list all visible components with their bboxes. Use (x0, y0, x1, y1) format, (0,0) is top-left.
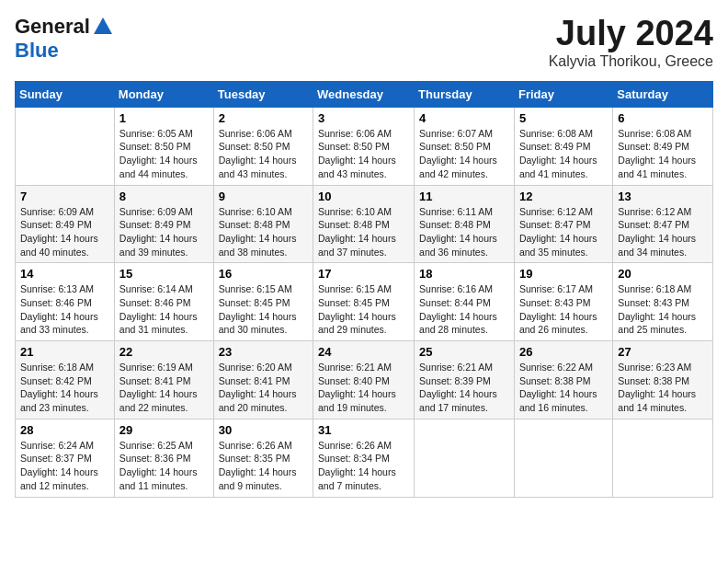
day-number: 30 (219, 423, 308, 437)
day-number: 11 (419, 190, 509, 203)
week-row-4: 21Sunrise: 6:18 AMSunset: 8:42 PMDayligh… (16, 341, 713, 419)
calendar-cell: 6Sunrise: 6:08 AMSunset: 8:49 PMDaylight… (613, 107, 713, 185)
calendar-cell: 2Sunrise: 6:06 AMSunset: 8:50 PMDaylight… (213, 107, 313, 185)
calendar-cell: 18Sunrise: 6:16 AMSunset: 8:44 PMDayligh… (415, 263, 515, 341)
day-info: Sunrise: 6:12 AMSunset: 8:47 PMDaylight:… (519, 205, 608, 259)
day-number: 24 (318, 345, 409, 359)
column-header-monday: Monday (114, 81, 213, 107)
week-row-5: 28Sunrise: 6:24 AMSunset: 8:37 PMDayligh… (16, 419, 713, 497)
calendar-cell: 20Sunrise: 6:18 AMSunset: 8:43 PMDayligh… (613, 263, 713, 341)
day-info: Sunrise: 6:10 AMSunset: 8:48 PMDaylight:… (318, 205, 409, 259)
calendar-cell (16, 107, 115, 185)
day-number: 28 (20, 423, 109, 437)
calendar-cell: 26Sunrise: 6:22 AMSunset: 8:38 PMDayligh… (514, 341, 612, 419)
day-number: 2 (219, 111, 308, 125)
day-number: 31 (318, 423, 409, 437)
calendar-table: SundayMondayTuesdayWednesdayThursdayFrid… (15, 81, 713, 498)
day-number: 25 (419, 345, 509, 359)
day-info: Sunrise: 6:18 AMSunset: 8:43 PMDaylight:… (618, 282, 708, 337)
page-header: General Blue July 2024 Kalyvia Thorikou,… (15, 15, 713, 70)
calendar-cell: 28Sunrise: 6:24 AMSunset: 8:37 PMDayligh… (16, 419, 115, 497)
month-title: July 2024 (549, 15, 713, 53)
day-number: 8 (119, 190, 209, 203)
day-number: 7 (20, 190, 109, 203)
day-number: 23 (219, 345, 308, 359)
day-number: 6 (618, 111, 708, 125)
day-info: Sunrise: 6:07 AMSunset: 8:50 PMDaylight:… (419, 127, 509, 181)
calendar-cell: 19Sunrise: 6:17 AMSunset: 8:43 PMDayligh… (514, 263, 612, 341)
day-number: 9 (219, 190, 308, 203)
day-info: Sunrise: 6:25 AMSunset: 8:36 PMDaylight:… (119, 439, 209, 493)
day-number: 22 (119, 345, 209, 359)
calendar-cell: 31Sunrise: 6:26 AMSunset: 8:34 PMDayligh… (313, 419, 415, 497)
day-info: Sunrise: 6:08 AMSunset: 8:49 PMDaylight:… (519, 127, 608, 181)
calendar-cell: 1Sunrise: 6:05 AMSunset: 8:50 PMDaylight… (114, 107, 213, 185)
calendar-cell: 14Sunrise: 6:13 AMSunset: 8:46 PMDayligh… (16, 263, 115, 341)
day-number: 12 (519, 190, 608, 203)
calendar-cell: 25Sunrise: 6:21 AMSunset: 8:39 PMDayligh… (415, 341, 515, 419)
calendar-cell: 21Sunrise: 6:18 AMSunset: 8:42 PMDayligh… (16, 341, 115, 419)
day-number: 4 (419, 111, 509, 125)
week-row-2: 7Sunrise: 6:09 AMSunset: 8:49 PMDaylight… (16, 185, 713, 263)
calendar-cell: 5Sunrise: 6:08 AMSunset: 8:49 PMDaylight… (514, 107, 612, 185)
day-info: Sunrise: 6:15 AMSunset: 8:45 PMDaylight:… (318, 282, 409, 337)
day-number: 17 (318, 267, 409, 281)
logo-triangle-icon (94, 17, 112, 34)
day-info: Sunrise: 6:19 AMSunset: 8:41 PMDaylight:… (119, 361, 209, 415)
calendar-cell: 11Sunrise: 6:11 AMSunset: 8:48 PMDayligh… (415, 185, 515, 263)
day-info: Sunrise: 6:06 AMSunset: 8:50 PMDaylight:… (219, 127, 308, 181)
calendar-cell: 23Sunrise: 6:20 AMSunset: 8:41 PMDayligh… (213, 341, 313, 419)
column-header-friday: Friday (514, 81, 612, 107)
day-number: 3 (318, 111, 409, 125)
calendar-cell: 29Sunrise: 6:25 AMSunset: 8:36 PMDayligh… (114, 419, 213, 497)
day-number: 21 (20, 345, 109, 359)
calendar-cell: 12Sunrise: 6:12 AMSunset: 8:47 PMDayligh… (514, 185, 612, 263)
week-row-3: 14Sunrise: 6:13 AMSunset: 8:46 PMDayligh… (16, 263, 713, 341)
calendar-cell: 16Sunrise: 6:15 AMSunset: 8:45 PMDayligh… (213, 263, 313, 341)
title-block: July 2024 Kalyvia Thorikou, Greece (549, 15, 713, 70)
calendar-cell: 17Sunrise: 6:15 AMSunset: 8:45 PMDayligh… (313, 263, 415, 341)
day-number: 18 (419, 267, 509, 281)
day-info: Sunrise: 6:09 AMSunset: 8:49 PMDaylight:… (20, 205, 109, 259)
day-info: Sunrise: 6:20 AMSunset: 8:41 PMDaylight:… (219, 361, 308, 415)
logo-blue: Blue (15, 39, 59, 63)
day-number: 10 (318, 190, 409, 203)
day-number: 19 (519, 267, 608, 281)
calendar-cell: 7Sunrise: 6:09 AMSunset: 8:49 PMDaylight… (16, 185, 115, 263)
column-header-sunday: Sunday (16, 81, 115, 107)
day-info: Sunrise: 6:22 AMSunset: 8:38 PMDaylight:… (519, 361, 608, 415)
day-info: Sunrise: 6:06 AMSunset: 8:50 PMDaylight:… (318, 127, 409, 181)
day-info: Sunrise: 6:13 AMSunset: 8:46 PMDaylight:… (20, 282, 109, 337)
day-number: 1 (119, 111, 209, 125)
day-info: Sunrise: 6:21 AMSunset: 8:40 PMDaylight:… (318, 361, 409, 415)
calendar-cell: 30Sunrise: 6:26 AMSunset: 8:35 PMDayligh… (213, 419, 313, 497)
column-header-tuesday: Tuesday (213, 81, 313, 107)
day-info: Sunrise: 6:09 AMSunset: 8:49 PMDaylight:… (119, 205, 209, 259)
day-info: Sunrise: 6:05 AMSunset: 8:50 PMDaylight:… (119, 127, 209, 181)
day-number: 29 (119, 423, 209, 437)
day-number: 16 (219, 267, 308, 281)
logo-general: General (15, 15, 90, 39)
column-header-thursday: Thursday (415, 81, 515, 107)
calendar-cell: 27Sunrise: 6:23 AMSunset: 8:38 PMDayligh… (613, 341, 713, 419)
calendar-cell: 22Sunrise: 6:19 AMSunset: 8:41 PMDayligh… (114, 341, 213, 419)
day-number: 5 (519, 111, 608, 125)
day-number: 15 (119, 267, 209, 281)
day-info: Sunrise: 6:23 AMSunset: 8:38 PMDaylight:… (618, 361, 708, 415)
location-title: Kalyvia Thorikou, Greece (549, 53, 713, 70)
column-header-wednesday: Wednesday (313, 81, 415, 107)
column-header-saturday: Saturday (613, 81, 713, 107)
day-info: Sunrise: 6:08 AMSunset: 8:49 PMDaylight:… (618, 127, 708, 181)
day-info: Sunrise: 6:15 AMSunset: 8:45 PMDaylight:… (219, 282, 308, 337)
calendar-cell: 15Sunrise: 6:14 AMSunset: 8:46 PMDayligh… (114, 263, 213, 341)
day-number: 20 (618, 267, 708, 281)
logo: General Blue (15, 15, 112, 63)
calendar-cell: 24Sunrise: 6:21 AMSunset: 8:40 PMDayligh… (313, 341, 415, 419)
calendar-cell (613, 419, 713, 497)
calendar-cell: 3Sunrise: 6:06 AMSunset: 8:50 PMDaylight… (313, 107, 415, 185)
calendar-cell (514, 419, 612, 497)
day-info: Sunrise: 6:17 AMSunset: 8:43 PMDaylight:… (519, 282, 608, 337)
day-number: 27 (618, 345, 708, 359)
calendar-cell: 8Sunrise: 6:09 AMSunset: 8:49 PMDaylight… (114, 185, 213, 263)
calendar-cell: 13Sunrise: 6:12 AMSunset: 8:47 PMDayligh… (613, 185, 713, 263)
